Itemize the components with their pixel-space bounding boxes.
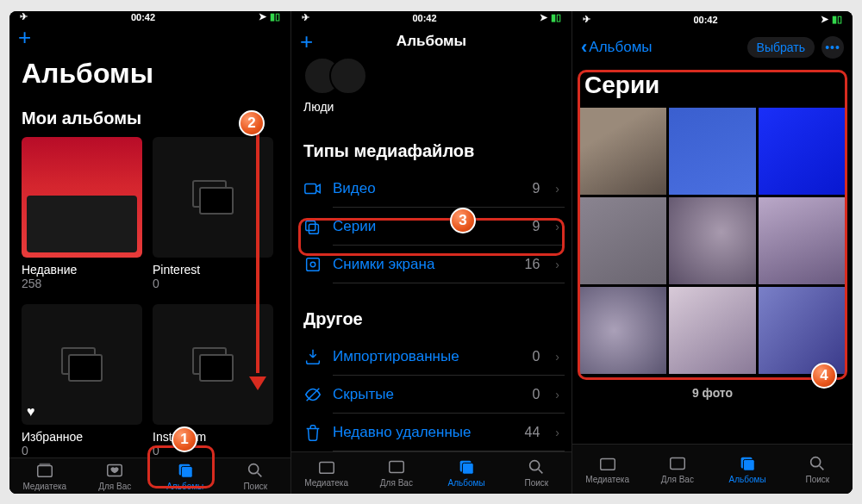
nav-bar: + [9, 23, 290, 51]
airplane-icon: ✈ [583, 14, 590, 25]
album-name: Избранное [22, 430, 142, 444]
photo-thumb[interactable] [669, 197, 756, 284]
album-count: 258 [22, 277, 142, 290]
status-time: 00:42 [693, 15, 717, 25]
tab-bar: Медиатека Для Вас Альбомы Поиск [9, 457, 290, 494]
tab-label: Медиатека [304, 478, 348, 488]
album-thumb [22, 137, 142, 258]
photo-thumb[interactable] [579, 287, 666, 374]
photo-thumb[interactable] [759, 108, 846, 195]
large-title: Альбомы [9, 51, 290, 103]
recent-thumb-meta [30, 199, 134, 249]
stack-icon [192, 347, 234, 382]
media-label: Снимки экрана [333, 256, 434, 273]
other-imported[interactable]: Импортированные 0 › [298, 338, 565, 376]
airplane-icon: ✈ [302, 12, 309, 23]
battery-icon: ▮▯ [832, 14, 842, 25]
select-button[interactable]: Выбрать [747, 37, 815, 58]
pane-albums-main: ✈ 00:42 ➤ ▮▯ + Альбомы Мои альбомы Недав… [9, 11, 290, 494]
series-title: Серии [572, 66, 853, 108]
tab-for-you[interactable]: Для Вас [642, 445, 712, 494]
screenshot-icon [303, 255, 322, 274]
import-icon [303, 347, 322, 366]
photo-thumb[interactable] [759, 197, 846, 284]
tab-label: Медиатека [22, 482, 66, 491]
svg-rect-9 [309, 224, 318, 233]
tab-albums[interactable]: Альбомы [713, 445, 783, 494]
tab-albums[interactable]: Альбомы [432, 452, 502, 494]
svg-rect-7 [305, 184, 316, 193]
photo-thumb[interactable] [669, 108, 756, 195]
status-bar: ✈ 00:42 ➤ ▮▯ [9, 11, 290, 23]
nav-title: Альбомы [291, 33, 572, 50]
tab-label: Поиск [806, 475, 830, 484]
svg-line-23 [820, 465, 824, 470]
library-icon [34, 461, 56, 480]
tab-search[interactable]: Поиск [783, 445, 853, 494]
svg-rect-21 [744, 459, 755, 470]
stack-icon [192, 180, 234, 215]
people-label: Люди [303, 100, 559, 114]
album-favorites[interactable]: ♥ Избранное 0 [22, 304, 142, 457]
tab-label: Для Вас [661, 475, 694, 484]
people-circles [303, 57, 559, 95]
step-badge-1: 1 [172, 426, 197, 452]
photo-thumb[interactable] [669, 287, 756, 374]
airplane-icon: ✈ [20, 11, 28, 22]
people-section[interactable]: Люди [291, 57, 572, 119]
step-badge-3: 3 [450, 208, 476, 233]
album-recents[interactable]: Недавние 258 [22, 137, 142, 290]
tab-bar: Медиатека Для Вас Альбомы Поиск [291, 451, 572, 494]
tab-library[interactable]: Медиатека [291, 452, 361, 494]
tab-library[interactable]: Медиатека [572, 445, 642, 494]
svg-line-6 [258, 472, 262, 476]
section-media-types: Типы медиафайлов [291, 136, 572, 170]
location-icon: ➤ [540, 12, 547, 23]
album-name: Instagram [153, 430, 273, 444]
scroll-arrow [256, 115, 259, 390]
series-grid [572, 108, 853, 374]
other-recently-deleted[interactable]: Недавно удаленные 44 › [298, 414, 565, 451]
tab-for-you[interactable]: Для Вас [80, 458, 151, 494]
tab-albums[interactable]: Альбомы [150, 458, 221, 494]
album-name: Pinterest [153, 263, 273, 277]
step-badge-4: 4 [811, 363, 837, 389]
svg-rect-18 [600, 458, 615, 470]
svg-rect-13 [390, 462, 404, 473]
library-icon [315, 457, 338, 476]
tab-label: Поиск [525, 478, 549, 488]
status-time: 00:42 [131, 12, 155, 22]
tab-search[interactable]: Поиск [502, 452, 572, 494]
photo-thumb[interactable] [759, 287, 846, 374]
media-screenshots[interactable]: Снимки экрана 16 › [298, 246, 565, 283]
person-circle-icon [329, 57, 367, 95]
album-name: Недавние [22, 263, 142, 277]
for-you-icon [103, 461, 126, 480]
library-icon [597, 454, 619, 473]
chevron-right-icon: › [555, 350, 559, 364]
photo-thumb[interactable] [579, 197, 666, 284]
media-videos[interactable]: Видео 9 › [298, 170, 565, 208]
album-thumb [153, 304, 273, 425]
add-album-button[interactable]: + [18, 26, 31, 48]
burst-icon [303, 217, 322, 236]
album-pinterest[interactable]: Pinterest 0 [153, 137, 273, 290]
other-hidden[interactable]: Скрытые 0 › [298, 376, 565, 414]
tab-library[interactable]: Медиатека [9, 458, 80, 494]
media-count: 16 [525, 257, 540, 272]
search-icon [244, 461, 266, 480]
other-count: 0 [532, 349, 540, 364]
photo-thumb[interactable] [579, 108, 666, 195]
other-count: 44 [525, 425, 540, 440]
more-button[interactable]: ••• [821, 36, 844, 59]
tab-for-you[interactable]: Для Вас [361, 452, 431, 494]
back-button[interactable]: ‹Альбомы [581, 38, 653, 57]
tab-label: Медиатека [585, 475, 629, 484]
svg-line-17 [539, 470, 543, 474]
tab-label: Для Вас [380, 478, 413, 488]
tab-search[interactable]: Поиск [221, 458, 291, 494]
other-list: Импортированные 0 › Скрытые 0 › Недавно … [291, 338, 572, 451]
tab-label: Альбомы [729, 475, 766, 484]
media-list: Видео 9 › Серии 9 › Снимки экрана 16 › [291, 170, 572, 283]
media-bursts[interactable]: Серии 9 › [298, 208, 565, 246]
